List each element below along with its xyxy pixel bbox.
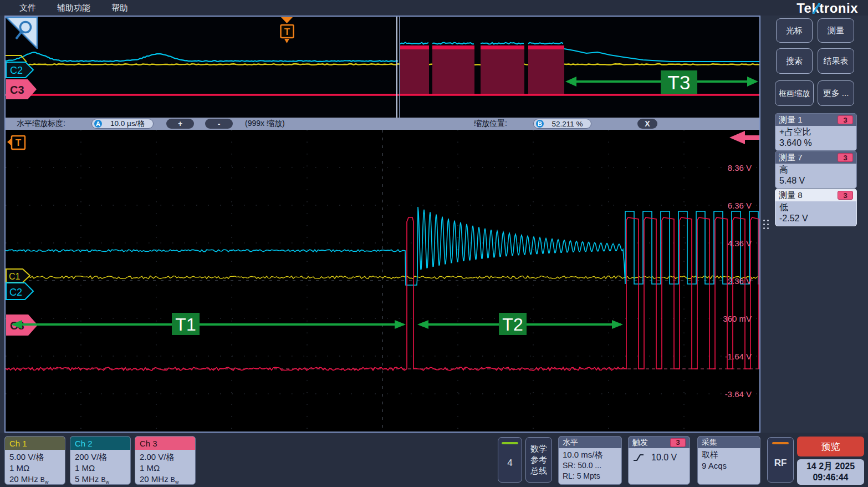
measure-button[interactable]: 测量 xyxy=(818,18,854,43)
zoom-scale-field[interactable]: A 10.0 µs/格 xyxy=(91,119,154,129)
svg-text:C3: C3 xyxy=(10,84,24,96)
trigger-level: 10.0 V xyxy=(651,452,677,464)
zoom-control-bar: 水平缩放标度: A 10.0 µs/格 + - (999x 缩放) 缩放位置: … xyxy=(6,118,759,130)
menu-help[interactable]: 帮助 xyxy=(111,3,128,13)
voltage-label: 6.36 V xyxy=(702,200,752,211)
horizontal-scale: 10.0 ms/格 xyxy=(563,449,617,460)
measurement-name: 低 xyxy=(779,202,852,213)
channel-scale: 5.00 V/格 xyxy=(9,452,60,463)
acquisition-badge[interactable]: 采集 取样 9 Acqs xyxy=(697,436,760,485)
channel-impedance: 1 MΩ xyxy=(75,463,126,474)
measurement-card-7[interactable]: 测量 7 3 高 5.48 V xyxy=(775,151,857,189)
zoom-scale-value: 10.0 µs/格 xyxy=(104,119,151,129)
channel-scale: 200 V/格 xyxy=(75,452,126,463)
preview-status-button[interactable]: 预览 xyxy=(797,437,864,456)
voltage-label: 2.36 V xyxy=(702,276,752,287)
voltage-label: 360 mV xyxy=(702,313,752,324)
voltage-label: 8.36 V xyxy=(702,163,752,174)
svg-text:C2: C2 xyxy=(10,65,23,76)
sample-rate: SR: 50.0 ... xyxy=(563,460,617,471)
search-button[interactable]: 搜索 xyxy=(776,48,813,74)
annotation-t1: T1 xyxy=(11,313,406,335)
measurement-value: 5.48 V xyxy=(779,175,852,186)
results-table-button[interactable]: 结果表 xyxy=(818,48,854,74)
voltage-label: -3.64 V xyxy=(702,389,752,400)
tektronix-logo: Tektronix xyxy=(796,1,858,16)
zoom-in-button[interactable]: + xyxy=(166,119,194,129)
overview-waveforms: T C2 C3 T3 xyxy=(6,17,759,118)
overview-trigger-marker[interactable]: T xyxy=(281,17,294,43)
channel-badge-ch2[interactable]: Ch 2 200 V/格 1 MΩ 5 MHz Bw xyxy=(70,436,131,485)
svg-text:C1: C1 xyxy=(9,272,21,281)
channel-tag-c1[interactable]: C1 xyxy=(6,269,30,282)
menu-bar: 文件 辅助功能 帮助 Tektronix xyxy=(0,0,868,16)
waveform-display-frame: T C2 C3 T3 xyxy=(4,16,760,433)
channel-bandwidth: 20 MHz Bw xyxy=(140,474,191,485)
zoom-factor-label: (999x 缩放) xyxy=(245,119,285,129)
zoom-position-value: 52.211 % xyxy=(546,120,589,128)
trigger-title: 触发 xyxy=(632,438,648,448)
acquisition-count: 9 Acqs xyxy=(702,460,756,471)
voltage-label: 4.36 V xyxy=(702,238,752,249)
channel-label: Ch 1 xyxy=(5,437,65,450)
measurement-title: 测量 1 xyxy=(779,115,803,125)
date-text: 14 2月 2025 xyxy=(806,461,855,472)
svg-text:C2: C2 xyxy=(9,287,22,298)
math-ref-bus-badge[interactable]: 数学 参考 总线 xyxy=(525,437,552,483)
main-waveforms: T C1 C2 C3 xyxy=(6,130,759,432)
trigger-badge[interactable]: 触发 3 10.0 V xyxy=(628,436,690,485)
measurement-title: 测量 8 xyxy=(779,190,803,201)
channel-scale: 2.00 V/格 xyxy=(140,452,191,463)
time-text: 09:46:44 xyxy=(813,472,848,483)
rf-badge[interactable]: RF xyxy=(767,437,794,483)
channel-tag-c2[interactable]: C2 xyxy=(6,283,33,300)
trigger-position-marker[interactable]: T xyxy=(7,136,25,149)
channel-badge-ch4-off[interactable]: 4 xyxy=(498,437,522,483)
zoom-out-button[interactable]: - xyxy=(205,119,233,129)
svg-text:T: T xyxy=(284,27,290,37)
horizontal-title: 水平 xyxy=(559,437,621,448)
measurement-value: -2.52 V xyxy=(779,213,852,224)
menu-file[interactable]: 文件 xyxy=(19,3,36,13)
measurement-name: 高 xyxy=(779,164,852,175)
svg-text:T1: T1 xyxy=(175,314,196,334)
multipurpose-knob-b-icon: B xyxy=(536,120,544,128)
channel-impedance: 1 MΩ xyxy=(9,463,60,474)
zoom-scale-label: 水平缩放标度: xyxy=(17,119,65,129)
acquisition-mode: 取样 xyxy=(702,449,756,460)
bottom-bar: Ch 1 5.00 V/格 1 MΩ 20 MHz Bw Ch 2 200 V/… xyxy=(0,433,868,487)
datetime-display: 14 2月 2025 09:46:44 xyxy=(797,459,864,485)
zoom-window-left-edge[interactable] xyxy=(397,17,400,118)
channel-impedance: 1 MΩ xyxy=(140,463,191,474)
svg-text:T: T xyxy=(16,138,22,148)
panel-drag-handle[interactable] xyxy=(763,220,769,229)
channel-badge-ch3[interactable]: Ch 3 2.00 V/格 1 MΩ 20 MHz Bw xyxy=(135,436,196,485)
measurement-card-8[interactable]: 测量 8 3 低 -2.52 V xyxy=(775,189,857,226)
oscilloscope-screen: 文件 辅助功能 帮助 Tektronix T xyxy=(0,0,868,487)
channel-label: Ch 3 xyxy=(135,437,195,450)
svg-text:T3: T3 xyxy=(668,72,691,93)
source-badge: 3 xyxy=(838,115,853,124)
trigger-source-badge: 3 xyxy=(670,438,686,447)
horizontal-badge[interactable]: 水平 10.0 ms/格 SR: 50.0 ... RL: 5 Mpts xyxy=(558,436,622,485)
menu-utility[interactable]: 辅助功能 xyxy=(57,3,90,13)
trigger-level-arrow[interactable] xyxy=(729,131,759,144)
channel-bandwidth: 5 MHz Bw xyxy=(75,474,126,485)
zoom-magnifier-icon[interactable] xyxy=(6,17,38,49)
more-button[interactable]: 更多 ... xyxy=(818,80,854,106)
zoom-position-field[interactable]: B 52.211 % xyxy=(533,119,591,129)
multipurpose-knob-a-icon: A xyxy=(94,120,102,128)
overview-strip: T C2 C3 T3 xyxy=(6,17,759,118)
measurement-name: +占空比 xyxy=(779,126,852,138)
zoom-position-label: 缩放位置: xyxy=(474,119,507,129)
overview-channel-tag-c3[interactable]: C3 xyxy=(6,79,37,99)
svg-text:T2: T2 xyxy=(502,314,523,334)
draw-box-zoom-button[interactable]: 框画缩放 xyxy=(775,80,814,106)
acquisition-title: 采集 xyxy=(698,437,760,448)
zoom-close-button[interactable]: X xyxy=(637,119,657,129)
measurement-card-1[interactable]: 测量 1 3 +占空比 3.640 % xyxy=(775,113,857,151)
channel-badge-ch1[interactable]: Ch 1 5.00 V/格 1 MΩ 20 MHz Bw xyxy=(4,436,65,485)
voltage-label: -1.64 V xyxy=(702,351,752,362)
ch4-label: 4 xyxy=(507,444,512,482)
cursors-button[interactable]: 光标 xyxy=(776,18,813,43)
